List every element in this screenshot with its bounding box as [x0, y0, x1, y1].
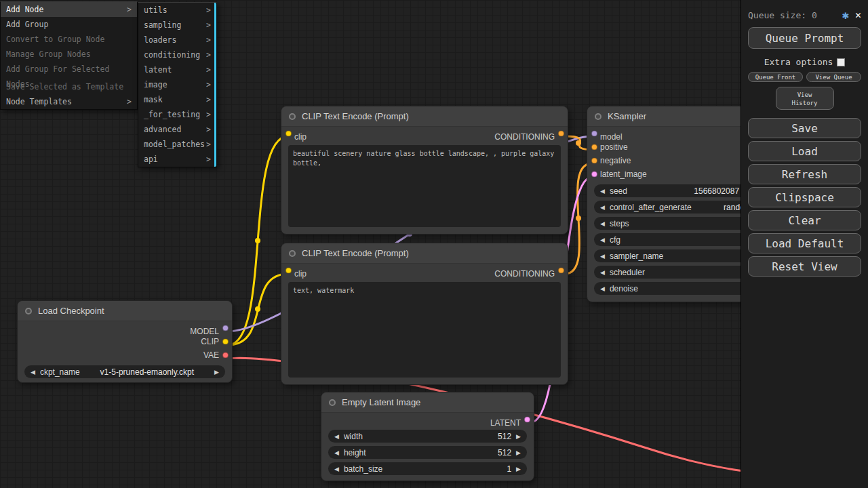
- node-clip-text-encode-negative[interactable]: CLIP Text Encode (Prompt) clip CONDITION…: [281, 243, 568, 385]
- latent-output-slot[interactable]: [524, 417, 530, 423]
- submenu-item-utils[interactable]: utils >: [138, 3, 216, 18]
- node-title-bar[interactable]: Load Checkpoint: [18, 301, 232, 321]
- context-menu-item-node-templates[interactable]: Node Templates >: [1, 94, 137, 109]
- increment-arrow-icon[interactable]: ▶: [516, 449, 521, 456]
- collapse-dot[interactable]: [595, 113, 601, 120]
- submenu-item-latent[interactable]: latent >: [138, 62, 216, 77]
- clip-output-slot[interactable]: [222, 339, 229, 345]
- clip-input-slot[interactable]: [285, 268, 292, 274]
- height-widget[interactable]: ◀ height 512 ▶: [328, 446, 527, 459]
- context-menu-item-save-selected-as-template: Save Selected as Template: [1, 79, 137, 94]
- submenu-arrow-icon: >: [206, 33, 211, 47]
- decrement-arrow-icon[interactable]: ◀: [334, 433, 339, 440]
- increment-arrow-icon[interactable]: ▶: [516, 466, 521, 472]
- submenu-item-mask[interactable]: mask >: [138, 92, 216, 107]
- positive-input-slot[interactable]: [591, 144, 597, 150]
- menu-item-label: Add Group For Selected Nodes: [6, 62, 132, 77]
- batch-size-widget[interactable]: ◀ batch_size 1 ▶: [328, 462, 527, 475]
- menu-item-label: Add Node: [6, 2, 43, 17]
- clipspace-button[interactable]: Clipspace: [748, 187, 861, 207]
- submenu-item-model-patches[interactable]: model_patches >: [138, 137, 216, 152]
- submenu-item-conditioning[interactable]: conditioning >: [138, 47, 216, 62]
- submenu-item-sampling[interactable]: sampling >: [138, 18, 216, 33]
- context-menu-item-add-group[interactable]: Add Group: [1, 17, 137, 32]
- load-button[interactable]: Load: [748, 141, 861, 161]
- slot-label: LATENT: [490, 418, 521, 428]
- load-default-button[interactable]: Load Default: [748, 233, 861, 253]
- node-title-bar[interactable]: CLIP Text Encode (Prompt): [281, 243, 568, 264]
- latent-image-input-slot[interactable]: [591, 171, 597, 178]
- menu-item-label: mask: [144, 92, 163, 107]
- node-title: Load Checkpoint: [38, 306, 104, 316]
- submenu-item-advanced[interactable]: advanced >: [138, 122, 216, 137]
- decrement-arrow-icon[interactable]: ◀: [31, 369, 35, 375]
- submenu-item-api[interactable]: api >: [138, 152, 216, 167]
- submenu-item-for-testing[interactable]: _for_testing >: [138, 107, 216, 122]
- menu-item-label: Add Group: [6, 17, 48, 32]
- menu-item-label: Convert to Group Node: [6, 32, 104, 47]
- control-panel: Queue size: 0 ✱ ✕ Queue Prompt Extra opt…: [741, 0, 868, 488]
- slot-label: negative: [600, 156, 631, 165]
- collapse-dot[interactable]: [289, 250, 296, 257]
- prompt-textarea[interactable]: text, watermark: [288, 282, 561, 378]
- settings-icon[interactable]: ✱: [842, 8, 849, 22]
- submenu-arrow-icon: >: [206, 92, 211, 107]
- increment-arrow-icon[interactable]: ▶: [214, 369, 219, 375]
- decrement-arrow-icon[interactable]: ◀: [600, 188, 605, 195]
- widget-label: steps: [610, 219, 629, 228]
- view-history-button[interactable]: View History: [776, 87, 834, 110]
- widget-value: 1: [507, 464, 511, 474]
- clip-input-slot[interactable]: [285, 131, 292, 137]
- submenu-item-loaders[interactable]: loaders >: [138, 33, 216, 47]
- close-icon[interactable]: ✕: [855, 9, 861, 21]
- menu-item-label: conditioning: [144, 47, 200, 62]
- decrement-arrow-icon[interactable]: ◀: [600, 204, 605, 211]
- collapse-dot[interactable]: [329, 399, 336, 406]
- submenu-arrow-icon: >: [206, 18, 211, 33]
- queue-front-button[interactable]: Queue Front: [748, 72, 803, 82]
- extra-options-checkbox[interactable]: [837, 58, 845, 66]
- conditioning-output-slot[interactable]: [558, 268, 564, 274]
- decrement-arrow-icon[interactable]: ◀: [334, 449, 339, 456]
- decrement-arrow-icon[interactable]: ◀: [600, 220, 605, 227]
- clear-button[interactable]: Clear: [748, 210, 861, 230]
- save-button[interactable]: Save: [748, 118, 861, 138]
- submenu-scrollbar[interactable]: [214, 3, 216, 167]
- widget-value: 1566802087: [694, 186, 739, 196]
- collapse-dot[interactable]: [289, 113, 296, 120]
- increment-arrow-icon[interactable]: ▶: [516, 433, 521, 440]
- decrement-arrow-icon[interactable]: ◀: [600, 285, 605, 292]
- submenu-arrow-icon: >: [206, 62, 211, 77]
- view-queue-button[interactable]: View Queue: [806, 72, 861, 82]
- model-input-slot[interactable]: [591, 131, 597, 137]
- node-title: CLIP Text Encode (Prompt): [302, 111, 409, 121]
- prompt-textarea[interactable]: beautiful scenery nature glass bottle la…: [288, 145, 561, 227]
- node-clip-text-encode-positive[interactable]: CLIP Text Encode (Prompt) clip CONDITION…: [281, 106, 568, 235]
- collapse-dot[interactable]: [25, 308, 32, 314]
- decrement-arrow-icon[interactable]: ◀: [600, 253, 605, 260]
- widget-label: denoise: [610, 284, 638, 293]
- vae-output-slot[interactable]: [222, 352, 229, 359]
- widget-value: v1-5-pruned-emaonly.ckpt: [100, 367, 195, 377]
- node-title-bar[interactable]: Empty Latent Image: [321, 392, 534, 413]
- queue-prompt-button[interactable]: Queue Prompt: [748, 27, 861, 49]
- view-history-label-line1: View: [797, 92, 812, 98]
- node-empty-latent-image[interactable]: Empty Latent Image LATENT ◀ width 512 ▶ …: [321, 392, 534, 481]
- model-output-slot[interactable]: [222, 325, 229, 331]
- menu-item-label: latent: [144, 62, 172, 77]
- conditioning-output-slot[interactable]: [558, 131, 564, 137]
- negative-input-slot[interactable]: [591, 158, 597, 164]
- reset-view-button[interactable]: Reset View: [748, 256, 861, 277]
- node-title-bar[interactable]: CLIP Text Encode (Prompt): [281, 106, 568, 127]
- decrement-arrow-icon[interactable]: ◀: [600, 237, 605, 243]
- width-widget[interactable]: ◀ width 512 ▶: [328, 430, 527, 443]
- slot-label: CONDITIONING: [494, 130, 555, 140]
- widget-label: ckpt_name: [40, 367, 80, 377]
- decrement-arrow-icon[interactable]: ◀: [600, 269, 605, 276]
- submenu-item-image[interactable]: image >: [138, 77, 216, 92]
- node-load-checkpoint[interactable]: Load Checkpoint MODEL CLIP VAE ◀ ckpt_na…: [17, 300, 233, 383]
- context-menu-item-add-node[interactable]: Add Node >: [1, 2, 137, 17]
- refresh-button[interactable]: Refresh: [748, 164, 861, 184]
- ckpt-name-widget[interactable]: ◀ ckpt_name v1-5-pruned-emaonly.ckpt ▶: [24, 365, 225, 378]
- decrement-arrow-icon[interactable]: ◀: [334, 466, 339, 472]
